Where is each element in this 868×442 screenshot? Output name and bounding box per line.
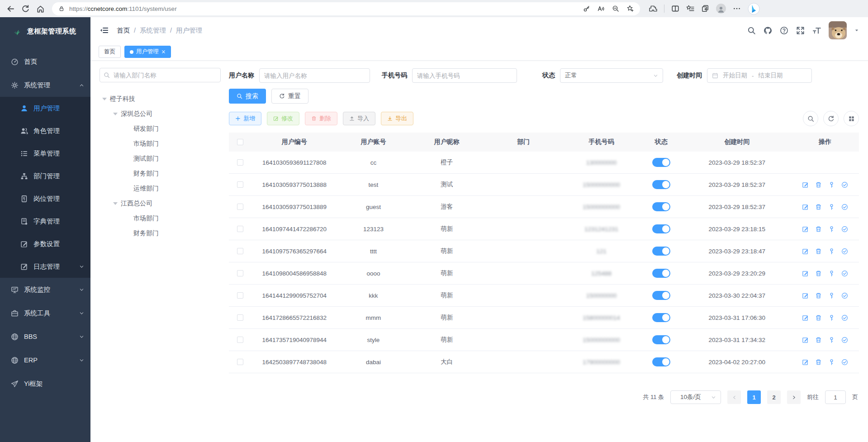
row-assign-role-icon[interactable] <box>841 292 848 299</box>
import-button[interactable]: 导入 <box>343 112 375 125</box>
sidebar-item-system-mgmt[interactable]: 系统管理 <box>0 73 90 97</box>
row-assign-role-icon[interactable] <box>841 337 848 343</box>
row-checkbox[interactable] <box>237 270 243 276</box>
address-bar[interactable]: https://ccnetcore.com:1101/system/user <box>52 2 640 15</box>
tree-node[interactable]: 研发部门 <box>100 121 221 136</box>
row-checkbox[interactable] <box>237 337 243 343</box>
tab-user-mgmt[interactable]: 用户管理 <box>124 46 171 58</box>
show-search-toggle-button[interactable] <box>803 111 818 126</box>
status-select[interactable]: 正常 <box>560 68 663 83</box>
avatar-caret-icon[interactable] <box>854 28 859 33</box>
tree-node[interactable]: 江西总公司 <box>100 196 221 211</box>
row-delete-icon[interactable] <box>815 204 822 210</box>
row-delete-icon[interactable] <box>815 292 822 299</box>
tree-node[interactable]: 财务部门 <box>100 226 221 241</box>
extensions-icon[interactable] <box>649 5 657 13</box>
row-reset-password-icon[interactable] <box>828 181 835 188</box>
next-page-button[interactable] <box>787 390 801 404</box>
collections-icon[interactable] <box>701 5 709 13</box>
phone-input[interactable] <box>412 68 517 83</box>
row-assign-role-icon[interactable] <box>841 359 848 366</box>
dept-search-input[interactable] <box>100 68 221 82</box>
row-delete-icon[interactable] <box>815 270 822 277</box>
status-toggle[interactable] <box>652 291 670 300</box>
reset-button[interactable]: 重置 <box>271 89 308 104</box>
sidebar-item-yi-framework[interactable]: Yi框架 <box>0 372 90 395</box>
sidebar-item-dept-mgmt[interactable]: 部门管理 <box>0 165 90 187</box>
tree-node[interactable]: 测试部门 <box>100 151 221 166</box>
row-reset-password-icon[interactable] <box>828 248 835 255</box>
search-button[interactable]: 搜索 <box>229 89 266 104</box>
caret-down-icon[interactable] <box>113 202 118 205</box>
favorites-icon[interactable] <box>686 5 694 13</box>
row-edit-icon[interactable] <box>802 292 809 299</box>
tab-home[interactable]: 首页 <box>99 46 121 58</box>
row-checkbox[interactable] <box>237 159 243 166</box>
row-edit-icon[interactable] <box>802 181 809 188</box>
goto-page-input[interactable] <box>825 390 846 404</box>
row-assign-role-icon[interactable] <box>841 181 848 188</box>
row-checkbox[interactable] <box>237 204 243 210</box>
status-toggle[interactable] <box>652 158 670 167</box>
row-delete-icon[interactable] <box>815 337 822 343</box>
refresh-table-button[interactable] <box>823 111 839 126</box>
row-checkbox[interactable] <box>237 181 243 188</box>
row-edit-icon[interactable] <box>802 314 809 321</box>
sidebar-item-param-settings[interactable]: 参数设置 <box>0 233 90 255</box>
row-edit-icon[interactable] <box>802 337 809 343</box>
tree-node[interactable]: 市场部门 <box>100 136 221 151</box>
browser-profile-avatar[interactable] <box>716 4 726 14</box>
select-all-checkbox[interactable] <box>237 139 243 145</box>
row-checkbox[interactable] <box>237 248 243 254</box>
row-delete-icon[interactable] <box>815 314 822 321</box>
column-settings-button[interactable] <box>844 111 859 126</box>
add-favorite-icon[interactable] <box>626 5 634 12</box>
sidebar-item-menu-mgmt[interactable]: 菜单管理 <box>0 142 90 165</box>
username-input[interactable] <box>259 68 370 83</box>
browser-home-icon[interactable] <box>36 5 45 13</box>
row-reset-password-icon[interactable] <box>828 337 835 343</box>
row-delete-icon[interactable] <box>815 181 822 188</box>
read-aloud-icon[interactable] <box>598 5 605 12</box>
font-size-icon[interactable] <box>812 26 821 35</box>
delete-button[interactable]: 删除 <box>305 112 337 125</box>
row-edit-icon[interactable] <box>802 359 809 366</box>
status-toggle[interactable] <box>652 202 670 211</box>
row-delete-icon[interactable] <box>815 359 822 366</box>
row-reset-password-icon[interactable] <box>828 204 835 210</box>
split-screen-icon[interactable] <box>671 5 679 13</box>
status-toggle[interactable] <box>652 224 670 233</box>
row-reset-password-icon[interactable] <box>828 314 835 321</box>
sidebar-collapse-icon[interactable] <box>100 26 109 35</box>
sidebar-item-dict-mgmt[interactable]: 字典管理 <box>0 210 90 233</box>
tree-node[interactable]: 市场部门 <box>100 211 221 226</box>
export-button[interactable]: 导出 <box>381 112 413 125</box>
github-icon[interactable] <box>764 26 772 35</box>
bing-chat-icon[interactable] <box>748 3 760 15</box>
row-checkbox[interactable] <box>237 359 243 365</box>
page-size-select[interactable]: 10条/页 <box>670 390 721 404</box>
password-key-icon[interactable] <box>583 5 590 12</box>
caret-down-icon[interactable] <box>113 113 118 115</box>
row-checkbox[interactable] <box>237 226 243 232</box>
browser-menu-dots-icon[interactable] <box>733 5 741 13</box>
fullscreen-icon[interactable] <box>796 26 805 35</box>
row-assign-role-icon[interactable] <box>841 248 848 255</box>
status-toggle[interactable] <box>652 357 670 366</box>
sidebar-item-system-tools[interactable]: 系统工具 <box>0 301 90 325</box>
row-assign-role-icon[interactable] <box>841 226 848 233</box>
sidebar-item-log-mgmt[interactable]: 日志管理 <box>0 255 90 278</box>
page-2-button[interactable]: 2 <box>767 390 781 404</box>
sidebar-item-role-mgmt[interactable]: 角色管理 <box>0 119 90 142</box>
tree-node[interactable]: 深圳总公司 <box>100 106 221 121</box>
created-date-range[interactable]: 开始日期 - 结束日期 <box>707 68 812 83</box>
row-checkbox[interactable] <box>237 292 243 299</box>
sidebar-item-home[interactable]: 首页 <box>0 50 90 73</box>
help-icon[interactable] <box>780 26 788 35</box>
row-edit-icon[interactable] <box>802 270 809 277</box>
browser-back-icon[interactable] <box>6 5 15 13</box>
add-button[interactable]: 新增 <box>229 112 261 125</box>
tree-node[interactable]: 橙子科技 <box>100 91 221 106</box>
row-delete-icon[interactable] <box>815 248 822 255</box>
row-edit-icon[interactable] <box>802 204 809 210</box>
